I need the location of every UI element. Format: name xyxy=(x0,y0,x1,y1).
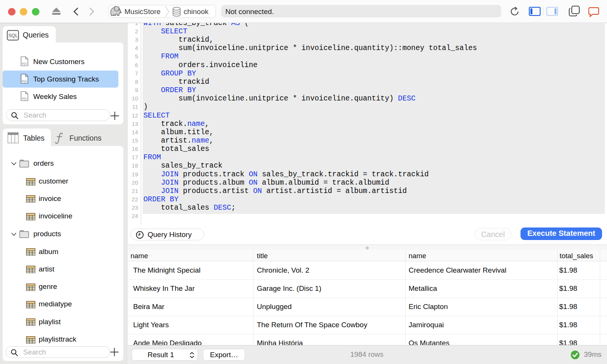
svg-text:SQL: SQL xyxy=(8,33,18,38)
svg-text:SQL: SQL xyxy=(22,61,27,65)
svg-text:SQL: SQL xyxy=(22,79,27,83)
svg-text:SQL: SQL xyxy=(22,97,27,100)
